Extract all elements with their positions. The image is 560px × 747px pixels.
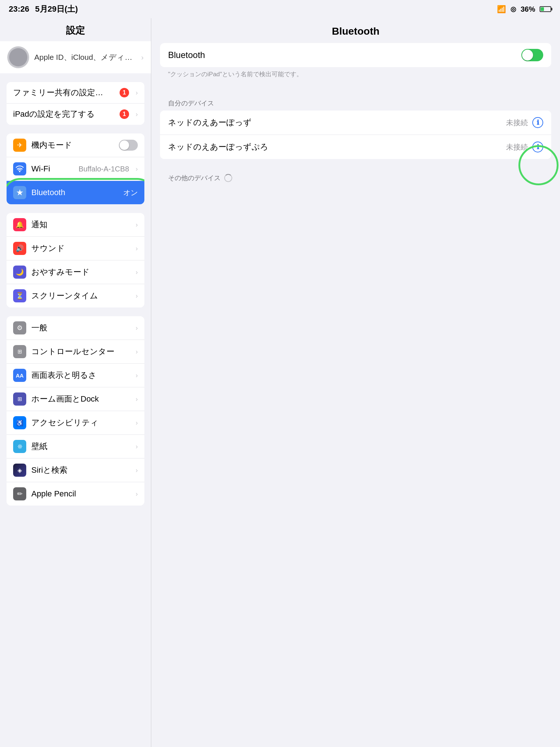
battery-percentage: 36% <box>521 5 535 13</box>
settings-group-4: ⚙ 一般 › ⊞ コントロールセンター › AA 画面表示と明るさ › ⊞ ホー… <box>7 316 144 506</box>
date-label: 5月29日(土) <box>35 4 78 15</box>
sidebar-item-notification[interactable]: 🔔 通知 › <box>7 213 144 237</box>
right-panel: Bluetooth Bluetooth "クッションのiPad"という名前で検出… <box>151 18 560 747</box>
screentime-icon: ⏳ <box>13 289 26 302</box>
pencil-icon: ✏ <box>13 487 26 500</box>
bluetooth-toggle-label: Bluetooth <box>168 50 521 60</box>
my-devices-section: 自分のデバイス ネッドのえあーぽっず 未接続 ℹ ネッドのえあーぽっずぷろ 未接… <box>160 93 551 159</box>
sidebar-item-wallpaper[interactable]: ❊ 壁紙 › <box>7 435 144 458</box>
avatar <box>7 46 29 68</box>
device-row-airpods2[interactable]: ネッドのえあーぽっずぷろ 未接続 ℹ <box>160 135 551 159</box>
profile-label: Apple ID、iCloud、メディ… <box>34 52 132 62</box>
wallpaper-icon: ❊ <box>13 440 26 453</box>
my-devices-title: 自分のデバイス <box>160 93 551 111</box>
airplane-toggle[interactable] <box>119 140 138 151</box>
device-status-airpods2: 未接続 <box>506 142 528 152</box>
sidebar-item-accessibility[interactable]: ♿ アクセシビリティ › <box>7 411 144 435</box>
device-row-airpods1[interactable]: ネッドのえあーぽっず 未接続 ℹ <box>160 111 551 135</box>
siri-icon: ◈ <box>13 464 26 477</box>
other-devices-row: その他のデバイス <box>160 168 551 188</box>
wifi-settings-icon <box>13 162 26 175</box>
loading-spinner <box>224 174 232 182</box>
settings-group-1: ファミリー共有の設定… 1 › iPadの設定を完了する 1 › <box>7 82 144 125</box>
device-info-btn-airpods2[interactable]: ℹ <box>532 142 543 152</box>
profile-chevron: › <box>141 53 144 62</box>
sidebar-item-pencil[interactable]: ✏ Apple Pencil › <box>7 482 144 506</box>
profile-row[interactable]: Apple ID、iCloud、メディ… › <box>0 41 151 73</box>
bluetooth-card: Bluetooth <box>160 43 551 67</box>
sidebar-item-sound[interactable]: 🔊 サウンド › <box>7 237 144 260</box>
device-info-btn-airpods1[interactable]: ℹ <box>532 117 543 128</box>
sidebar-item-bluetooth[interactable]: ★ Bluetooth オン <box>7 181 144 204</box>
sidebar-item-controlcenter[interactable]: ⊞ コントロールセンター › <box>7 340 144 364</box>
sidebar-item-wifi[interactable]: Wi-Fi Buffalo-A-1CB8 › <box>7 157 144 181</box>
wifi-icon: 📶 <box>497 5 506 13</box>
sidebar-item-donotdisturb[interactable]: 🌙 おやすみモード › <box>7 260 144 284</box>
family-badge: 1 <box>120 88 129 97</box>
settings-group-2: ✈ 機内モード Wi-Fi Buffalo-A-1CB8 › ★ <box>7 133 144 204</box>
right-panel-title: Bluetooth <box>151 18 560 43</box>
sidebar-item-ipad-setup[interactable]: iPadの設定を完了する 1 › <box>7 104 144 125</box>
notification-icon: 🔔 <box>13 218 26 231</box>
bluetooth-toggle[interactable] <box>521 49 543 61</box>
sidebar: 設定 Apple ID、iCloud、メディ… › ファミリー共有の設定… 1 … <box>0 18 151 747</box>
sidebar-item-screentime[interactable]: ⏳ スクリーンタイム › <box>7 284 144 307</box>
my-devices-card: ネッドのえあーぽっず 未接続 ℹ ネッドのえあーぽっずぷろ 未接続 ℹ <box>160 111 551 159</box>
setup-badge: 1 <box>120 109 129 119</box>
device-name-airpods1: ネッドのえあーぽっず <box>168 117 506 128</box>
time-label: 23:26 <box>9 4 29 14</box>
sidebar-item-siri[interactable]: ◈ Siriと検索 › <box>7 458 144 482</box>
settings-group-3: 🔔 通知 › 🔊 サウンド › 🌙 おやすみモード › ⏳ スクリーンタイム › <box>7 213 144 307</box>
general-icon: ⚙ <box>13 321 26 334</box>
sidebar-item-family[interactable]: ファミリー共有の設定… 1 › <box>7 82 144 104</box>
accessibility-icon: ♿ <box>13 416 26 429</box>
device-name-airpods2: ネッドのえあーぽっずぷろ <box>168 142 506 152</box>
homescreen-icon: ⊞ <box>13 392 26 406</box>
display-icon: AA <box>13 369 26 382</box>
other-devices-section: その他のデバイス <box>160 168 551 188</box>
bluetooth-toggle-row[interactable]: Bluetooth <box>160 43 551 67</box>
sidebar-item-general[interactable]: ⚙ 一般 › <box>7 316 144 340</box>
bluetooth-sidebar-icon: ★ <box>13 186 26 199</box>
status-bar: 23:26 5月29日(土) 📶 ◎ 36% <box>0 0 560 18</box>
sidebar-title: 設定 <box>0 18 151 41</box>
sound-icon: 🔊 <box>13 242 26 255</box>
other-devices-title: その他のデバイス <box>168 174 221 182</box>
airplane-icon: ✈ <box>13 139 26 152</box>
device-status-airpods1: 未接続 <box>506 118 528 128</box>
sidebar-item-homescreen[interactable]: ⊞ ホーム画面とDock › <box>7 387 144 411</box>
sidebar-item-airplane[interactable]: ✈ 機内モード <box>7 133 144 157</box>
bluetooth-section: Bluetooth "クッションのiPad"という名前で検出可能です。 <box>160 43 551 84</box>
sidebar-item-display[interactable]: AA 画面表示と明るさ › <box>7 364 144 387</box>
controlcenter-icon: ⊞ <box>13 345 26 358</box>
discovery-note: "クッションのiPad"という名前で検出可能です。 <box>160 67 551 84</box>
location-icon: ◎ <box>510 5 516 13</box>
battery-icon <box>540 6 551 12</box>
donotdisturb-icon: 🌙 <box>13 266 26 279</box>
